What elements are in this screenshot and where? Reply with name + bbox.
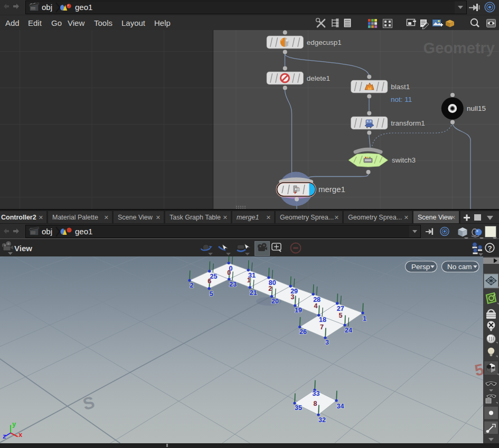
svg-text:3: 3 [291,293,295,301]
svg-text:5: 5 [339,312,343,319]
svg-text:19: 19 [295,307,302,314]
svg-text:23: 23 [229,281,237,288]
svg-text:switch3: switch3 [392,156,416,164]
svg-text:26: 26 [299,328,307,336]
svg-text:0: 0 [227,269,231,277]
svg-text:delete1: delete1 [307,74,330,82]
svg-text:obj: obj [42,3,52,12]
svg-text:2: 2 [268,285,272,292]
svg-text:blast1: blast1 [391,83,410,91]
svg-text:20: 20 [271,298,279,305]
svg-text:Geometry: Geometry [423,40,495,56]
svg-text:View: View [14,244,32,253]
svg-text:32: 32 [318,416,326,424]
svg-text:34: 34 [337,403,344,410]
svg-text:x: x [18,431,23,439]
svg-text:?: ? [487,244,492,252]
svg-text:obj: obj [42,227,52,236]
svg-text:merge1: merge1 [318,185,345,194]
svg-text:4: 4 [314,302,318,310]
svg-text:21: 21 [250,289,257,297]
svg-text:geo1: geo1 [75,3,92,12]
svg-text:33: 33 [313,390,320,397]
svg-text:No cam: No cam [447,263,472,271]
svg-text:5: 5 [210,290,213,298]
svg-text:null15: null15 [467,104,486,112]
svg-text:35: 35 [295,404,302,412]
svg-text:8: 8 [314,400,317,407]
svg-text:Persp: Persp [411,263,430,271]
svg-text:transform1: transform1 [391,119,425,127]
svg-text:3: 3 [325,339,329,346]
svg-text:18: 18 [319,316,326,323]
svg-text:7: 7 [320,323,324,331]
svg-text:edgecusp1: edgecusp1 [307,39,342,46]
svg-text:6: 6 [208,278,211,285]
svg-text:not: 11: not: 11 [391,96,412,103]
svg-text:geo1: geo1 [75,227,92,236]
svg-text:1: 1 [363,315,366,322]
svg-text:24: 24 [345,327,352,334]
svg-text:y: y [12,420,16,428]
svg-text:1: 1 [247,277,251,284]
svg-text:2: 2 [190,282,193,289]
svg-text:z: z [3,432,6,440]
